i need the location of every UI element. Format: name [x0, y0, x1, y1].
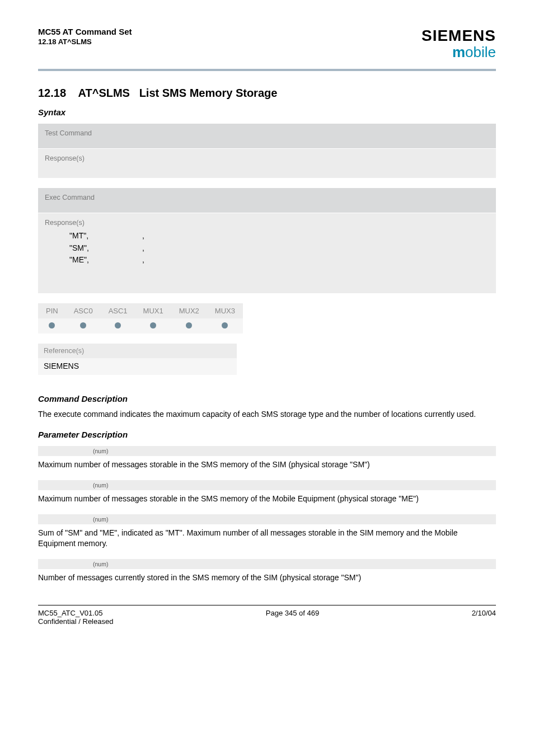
section-title-text: List SMS Memory Storage: [139, 87, 278, 99]
param-tag: (num): [38, 514, 496, 524]
param-text: Sum of "SM" and "ME", indicated as "MT".…: [38, 528, 496, 549]
th-mux3: MUX3: [207, 303, 243, 318]
table-row: [38, 318, 243, 334]
param-text: Maximum number of messages storable in t…: [38, 494, 496, 504]
header-right: SIEMENS mobile: [421, 27, 496, 61]
cell-dot: [38, 318, 66, 334]
table-header-row: PIN ASC0 ASC1 MUX1 MUX2 MUX3: [38, 303, 243, 318]
dot-icon: [115, 322, 121, 328]
param-text: Maximum number of messages storable in t…: [38, 459, 496, 470]
dot-icon: [186, 322, 192, 328]
brand-sub-prefix: m: [452, 44, 465, 60]
resp-mem: "MT",: [69, 230, 142, 242]
section-number: 12.18: [38, 87, 66, 99]
command-description-text: The execute command indicates the maximu…: [38, 409, 496, 420]
param-text: Number of messages currently stored in t…: [38, 572, 496, 583]
dot-icon: [150, 322, 156, 328]
test-response-body: Response(s): [38, 149, 496, 178]
param-tag: (num): [38, 446, 496, 456]
exec-command-header: Exec Command: [38, 188, 496, 213]
footer-left: MC55_ATC_V01.05 Confidential / Released: [38, 609, 113, 626]
section-cmd: AT^SLMS: [78, 87, 130, 99]
test-command-block: Test Command Response(s): [38, 124, 496, 178]
response-lines: "MT", , "SM", , "ME", ,: [45, 230, 489, 266]
brand-sub-rest: obile: [465, 44, 496, 60]
th-pin: PIN: [38, 303, 66, 318]
syntax-label: Syntax: [38, 107, 496, 117]
th-mux2: MUX2: [171, 303, 207, 318]
page-header: MC55 AT Command Set 12.18 AT^SLMS SIEMEN…: [38, 27, 496, 67]
resp-sep: ,: [142, 254, 144, 266]
footer-page: Page 345 of 469: [113, 609, 471, 626]
resp-sep: ,: [142, 230, 144, 242]
footer-version: MC55_ATC_V01.05: [38, 609, 113, 617]
brand-sub-logo: mobile: [421, 44, 496, 61]
resp-mem: "ME",: [69, 254, 142, 266]
response-label-2: Response(s): [45, 219, 85, 227]
resp-row: "MT", ,: [69, 230, 489, 242]
cell-dot: [135, 318, 171, 334]
param-tag: (num): [38, 559, 496, 569]
resp-mem: "SM",: [69, 242, 142, 255]
reference-label: Reference(s): [38, 344, 237, 358]
doc-title: MC55 AT Command Set: [38, 27, 132, 36]
parameter-description-heading: Parameter Description: [38, 430, 496, 439]
cell-dot: [101, 318, 135, 334]
pin-support-table: PIN ASC0 ASC1 MUX1 MUX2 MUX3: [38, 303, 243, 334]
reference-box: Reference(s) SIEMENS: [38, 344, 237, 375]
th-asc0: ASC0: [66, 303, 101, 318]
param-tag: (num): [38, 480, 496, 490]
cell-dot: [171, 318, 207, 334]
resp-row: "ME", ,: [69, 254, 489, 266]
cell-dot: [207, 318, 243, 334]
th-mux1: MUX1: [135, 303, 171, 318]
footer-date: 2/10/04: [472, 609, 496, 626]
page-footer: MC55_ATC_V01.05 Confidential / Released …: [38, 605, 496, 626]
resp-row: "SM", ,: [69, 242, 489, 255]
doc-subtitle: 12.18 AT^SLMS: [38, 37, 132, 46]
header-rule: [38, 69, 496, 71]
footer-confidential: Confidential / Released: [38, 617, 113, 626]
brand-logo: SIEMENS: [421, 27, 496, 45]
exec-command-block: Exec Command Response(s) "MT", , "SM", ,…: [38, 188, 496, 293]
exec-response-body: Response(s) "MT", , "SM", , "ME", ,: [38, 213, 496, 293]
dot-icon: [49, 322, 55, 328]
reference-value: SIEMENS: [38, 358, 237, 375]
cell-dot: [66, 318, 101, 334]
header-left: MC55 AT Command Set 12.18 AT^SLMS: [38, 27, 132, 46]
dot-icon: [80, 322, 86, 328]
command-description-heading: Command Description: [38, 394, 496, 403]
resp-sep: ,: [142, 242, 144, 255]
section-heading: 12.18 AT^SLMS List SMS Memory Storage: [38, 87, 496, 100]
th-asc1: ASC1: [101, 303, 135, 318]
test-command-header: Test Command: [38, 124, 496, 149]
response-label: Response(s): [45, 154, 85, 162]
dot-icon: [222, 322, 228, 328]
